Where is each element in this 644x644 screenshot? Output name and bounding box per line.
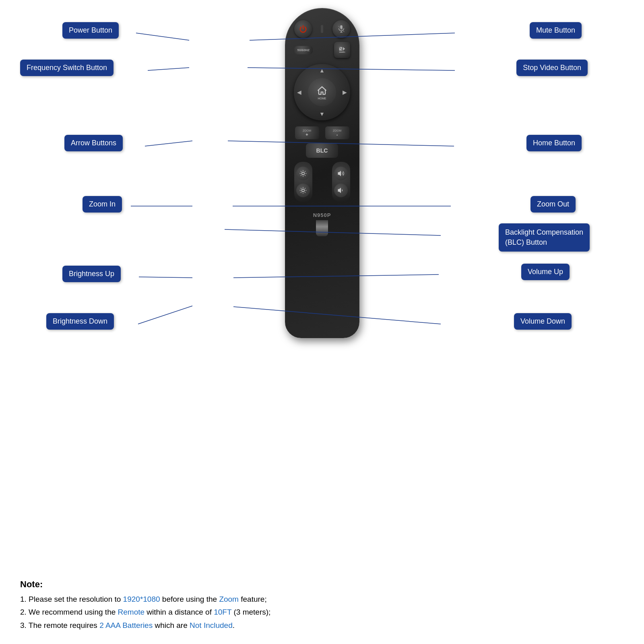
arrow-right[interactable]: ▶: [343, 89, 347, 95]
volume-down-button[interactable]: [334, 184, 348, 197]
power-button[interactable]: [294, 20, 312, 38]
label-stop-video: Stop Video Button: [516, 60, 588, 76]
stop-video-button[interactable]: [334, 42, 350, 58]
ir-dongle: [316, 220, 328, 236]
svg-line-15: [305, 171, 305, 172]
zoom-out-button[interactable]: ZOOM -: [325, 126, 349, 139]
zoom-in-label: ZOOM: [303, 129, 311, 132]
svg-line-16: [301, 175, 301, 176]
mute-button[interactable]: [332, 20, 350, 38]
svg-marker-27: [338, 171, 341, 176]
brightness-up-button[interactable]: [296, 167, 310, 180]
svg-line-25: [301, 192, 301, 193]
note-line-2: 2. We recommend using the Remote within …: [20, 606, 624, 619]
remote-diagram: 50/60HZ ▲ ▼ ◀ ▶: [278, 8, 366, 338]
label-brightness-down: Brightness Down: [46, 313, 114, 330]
label-brightness-up: Brightness Up: [62, 266, 121, 282]
zoom-row: ZOOM + ZOOM -: [291, 126, 353, 139]
home-label: HOME: [318, 97, 326, 100]
arrow-left[interactable]: ◀: [297, 89, 301, 95]
svg-line-38: [139, 277, 192, 278]
label-volume-down: Volume Down: [514, 313, 572, 330]
label-power-button: Power Button: [62, 22, 119, 39]
brightness-down-button[interactable]: [296, 184, 310, 197]
note-section: Note: 1. Please set the resolution to 19…: [20, 579, 624, 632]
volume-up-button[interactable]: [334, 167, 348, 180]
note-line-3: 3. The remote requires 2 AAA Batteries w…: [20, 619, 624, 632]
svg-marker-28: [338, 188, 341, 193]
bv-area: [291, 162, 353, 202]
svg-line-23: [305, 192, 305, 193]
brightness-column: [294, 162, 312, 202]
svg-line-14: [305, 175, 305, 176]
frequency-switch-button[interactable]: 50/60HZ: [294, 46, 313, 54]
blc-button[interactable]: BLC: [306, 143, 338, 158]
svg-line-31: [148, 68, 189, 70]
zoom-in-button[interactable]: ZOOM +: [295, 126, 319, 139]
label-frequency-switch: Frequency Switch Button: [20, 60, 114, 76]
label-volume-up: Volume Up: [521, 264, 570, 280]
zoom-in-symbol: +: [305, 132, 308, 137]
svg-line-13: [301, 171, 301, 172]
svg-line-33: [145, 141, 192, 146]
blc-label: BLC: [316, 147, 328, 154]
svg-point-17: [302, 189, 305, 192]
remote-body: 50/60HZ ▲ ▼ ◀ ▶: [285, 8, 359, 338]
svg-line-24: [305, 188, 305, 189]
svg-line-40: [138, 306, 192, 324]
label-blc-button: Backlight Compensation (BLC) Button: [499, 223, 590, 252]
label-zoom-out: Zoom Out: [530, 196, 576, 213]
svg-line-29: [136, 33, 189, 40]
note-line-1: 1. Please set the resolution to 1920*108…: [20, 593, 624, 606]
svg-point-8: [302, 172, 305, 175]
svg-marker-5: [343, 47, 345, 51]
zoom-out-symbol: -: [336, 132, 338, 137]
label-arrow-buttons: Arrow Buttons: [64, 135, 123, 151]
dpad-area[interactable]: ▲ ▼ ◀ ▶ HOME: [294, 64, 350, 120]
note-title: Note:: [20, 579, 624, 590]
zoom-out-label: ZOOM: [333, 129, 341, 132]
model-name: N950P: [291, 212, 353, 218]
label-home-button: Home Button: [526, 135, 582, 151]
svg-line-22: [301, 188, 301, 189]
label-mute-button: Mute Button: [530, 22, 582, 39]
ir-notch: [321, 25, 323, 33]
home-button[interactable]: HOME: [308, 78, 336, 106]
volume-column: [332, 162, 350, 202]
arrow-up[interactable]: ▲: [319, 67, 325, 74]
arrow-down[interactable]: ▼: [319, 111, 325, 117]
label-zoom-in: Zoom In: [83, 196, 122, 213]
freq-label: 50/60HZ: [297, 48, 310, 52]
